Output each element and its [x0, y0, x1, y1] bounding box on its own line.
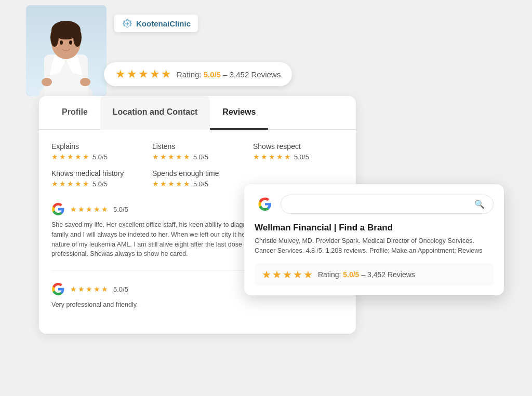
- card-rating-text: Rating: 5.0/5 – 3,452 Reviews: [318, 270, 415, 279]
- google-search-input[interactable]: 🔍: [281, 195, 494, 214]
- rating-item-history: Knows medical history ★ ★ ★ ★ ★ 5.0/5: [51, 169, 142, 188]
- rating-stars: ★ ★ ★ ★ ★: [115, 67, 171, 81]
- svg-point-11: [42, 78, 52, 86]
- google-logo-1: [51, 202, 65, 216]
- business-title: Wellman Financial | Find a Brand: [255, 223, 494, 233]
- card-rating-bar: ★ ★ ★ ★ ★ Rating: 5.0/5 – 3,452 Reviews: [255, 263, 494, 286]
- google-logo-2: [51, 282, 65, 296]
- doctor-photo: [26, 5, 107, 96]
- rating-label: Rating: 5.0/5 – 3,452 Reviews: [177, 70, 281, 79]
- tab-bar: Profile Location and Contact Reviews: [39, 96, 356, 130]
- google-main-logo: [255, 194, 275, 214]
- search-icon: 🔍: [474, 199, 485, 209]
- rating-item-time: Spends enough time ★ ★ ★ ★ ★ 5.0/5: [152, 169, 243, 188]
- clinic-logo: KootenaiClinic: [114, 15, 198, 32]
- rating-item-listens: Listens ★ ★ ★ ★ ★ 5.0/5: [152, 142, 243, 161]
- review-stars-1: ★ ★ ★ ★ ★: [70, 205, 108, 213]
- review-stars-2: ★ ★ ★ ★ ★: [70, 285, 108, 293]
- clinic-logo-icon: [122, 18, 133, 29]
- review-text-2: Very professional and friendly.: [51, 300, 343, 310]
- svg-point-10: [69, 40, 72, 45]
- clinic-name: KootenaiClinic: [136, 19, 191, 28]
- svg-point-7: [50, 28, 59, 47]
- svg-point-12: [80, 78, 90, 86]
- business-description: Christie Mulvey, MD. Provider Spark. Med…: [255, 236, 494, 256]
- tab-reviews[interactable]: Reviews: [210, 96, 268, 130]
- svg-point-8: [73, 28, 82, 47]
- rating-item-respect: Shows respect ★ ★ ★ ★ ★ 5.0/5: [253, 142, 343, 161]
- rating-item-explains: Explains ★ ★ ★ ★ ★ 5.0/5: [51, 142, 142, 161]
- rating-bar: ★ ★ ★ ★ ★ Rating: 5.0/5 – 3,452 Reviews: [104, 62, 292, 86]
- rating-grid: Explains ★ ★ ★ ★ ★ 5.0/5 Listens: [51, 142, 343, 188]
- tab-location[interactable]: Location and Contact: [100, 96, 210, 130]
- tab-profile[interactable]: Profile: [49, 96, 100, 130]
- svg-rect-2: [44, 54, 88, 96]
- google-card: 🔍 Wellman Financial | Find a Brand Chris…: [244, 184, 504, 295]
- card-rating-stars: ★ ★ ★ ★ ★: [262, 268, 313, 281]
- scene: KootenaiClinic ★ ★ ★ ★ ★ Rating: 5.0/5 –…: [0, 0, 532, 396]
- svg-point-9: [60, 40, 63, 45]
- google-search-bar: 🔍: [255, 194, 494, 214]
